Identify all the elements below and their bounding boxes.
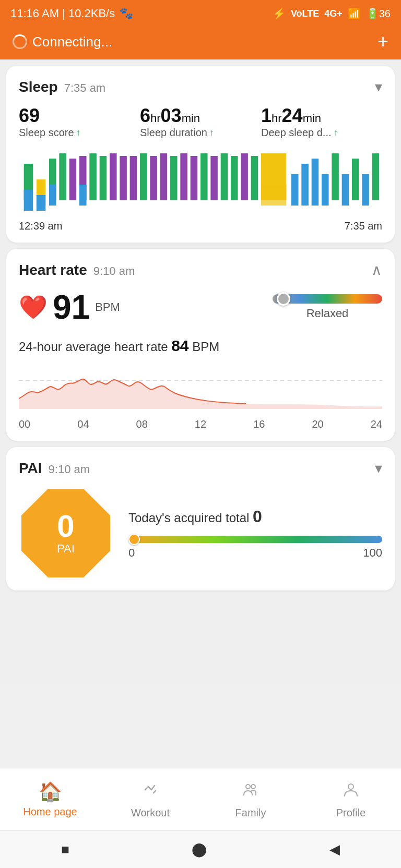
sleep-time: 7:35 am [64,81,106,95]
nav-profile[interactable]: Profile [301,768,401,830]
bpm-value: 91 [53,288,90,327]
hr-avg-value: 84 [171,337,188,354]
heart-rate-time: 9:10 am [93,264,135,278]
bottom-area: 🏠 Home page Workout Family [0,768,401,868]
hr-avg: 24-hour average heart rate 84 BPM [19,337,382,355]
heart-rate-card: Heart rate 9:10 am ∧ ❤️ 91 BPM Relaxed 2… [6,249,395,441]
hr-time-04: 04 [77,418,89,430]
status-time: 11:16 AM | 10.2KB/s [10,7,115,20]
home-button[interactable]: ⬤ [192,841,207,858]
pai-label-text: PAI [57,542,75,556]
pai-max-label: 100 [363,546,382,560]
svg-line-39 [154,791,156,793]
status-left: 11:16 AM | 10.2KB/s 🐾 [10,7,133,20]
back-button[interactable]: ◀ [329,841,340,858]
svg-rect-31 [312,159,319,206]
sleep-title: Sleep [19,79,58,95]
hr-time-labels: 00 04 08 12 16 20 24 [19,418,382,430]
sleep-score-value: 69 [19,105,140,127]
heart-rate-left: ❤️ 91 BPM [19,288,120,327]
svg-rect-33 [332,153,339,200]
svg-rect-34 [342,174,349,206]
svg-rect-1 [24,190,33,211]
svg-rect-22 [210,156,218,200]
svg-rect-20 [191,156,198,200]
pai-chevron[interactable]: ▾ [375,460,382,477]
svg-rect-13 [120,156,127,200]
bpm-unit: BPM [95,300,120,314]
nav-family[interactable]: Family [200,768,301,830]
sleep-score-stat: 69 Sleep score ↑ [19,105,140,139]
sleep-chart-svg [19,148,382,216]
svg-rect-21 [200,153,208,200]
deep-sleep-label: Deep sleep d... ↑ [261,127,382,139]
hr-avg-unit: BPM [192,340,219,354]
hr-gradient-bar [273,294,382,304]
pai-bar-labels: 0 100 [128,546,382,560]
sleep-duration-stat: 6hr03min Sleep duration ↑ [140,105,261,139]
sleep-duration-arrow: ↑ [209,127,214,138]
battery-icon: 🔋36 [366,7,391,20]
hr-time-12: 12 [195,418,206,430]
svg-rect-35 [352,159,359,200]
profile-label: Profile [336,807,366,819]
svg-rect-28 [261,185,286,206]
svg-rect-7 [69,159,77,200]
heart-rate-header: Heart rate 9:10 am ∧ [19,261,382,279]
signal-icon: 📶 [348,7,361,20]
svg-rect-23 [221,153,228,200]
network-icon: 4G+ [324,8,343,19]
heart-rate-right: Relaxed [273,294,382,320]
heart-rate-chevron[interactable]: ∧ [371,261,382,279]
svg-rect-18 [170,156,178,200]
home-icon: 🏠 [39,781,62,803]
svg-rect-16 [150,156,157,200]
svg-point-42 [348,784,353,789]
svg-rect-11 [100,156,107,200]
svg-rect-15 [140,153,147,200]
hr-chart-svg [19,362,382,414]
svg-rect-25 [241,153,248,200]
status-right: ⚡ VoLTE 4G+ 📶 🔋36 [273,7,391,20]
family-icon [241,780,260,804]
pai-title-row: PAI 9:10 am [19,460,90,477]
pai-time: 9:10 am [49,463,90,476]
sleep-chevron[interactable]: ▾ [375,78,382,95]
pai-card: PAI 9:10 am ▾ 0 PAI Today's acquired tot… [6,447,395,590]
svg-rect-19 [180,153,187,200]
svg-rect-37 [372,153,380,200]
pai-octagon: 0 PAI [21,489,110,577]
pai-total-label: Today's acquired total [128,511,249,525]
hr-avg-label: 24-hour average heart rate [19,340,168,354]
add-button[interactable]: + [378,32,388,51]
svg-rect-14 [130,156,137,200]
sleep-title-row: Sleep 7:35 am [19,79,105,95]
hr-chart-wrap: 00 04 08 12 16 20 24 [19,362,382,430]
pai-bar-wrap [128,536,382,543]
recent-apps-button[interactable]: ■ [61,841,69,858]
nav-workout[interactable]: Workout [100,768,200,830]
deep-sleep-stat: 1hr24min Deep sleep d... ↑ [261,105,382,139]
hr-time-20: 20 [312,418,323,430]
pai-octagon-wrap: 0 PAI [19,486,113,580]
sleep-score-label: Sleep score ↑ [19,127,140,139]
hr-indicator [277,292,290,306]
profile-icon [341,780,360,804]
heart-icon: ❤️ [19,294,48,321]
svg-rect-9 [79,185,87,206]
svg-rect-3 [37,195,45,211]
hr-status: Relaxed [306,307,349,320]
pai-bar-bg [128,536,382,543]
main-content: Sleep 7:35 am ▾ 69 Sleep score ↑ 6hr03mi… [0,59,401,684]
connecting-label: Connecting... [32,34,112,50]
svg-point-41 [251,785,255,789]
heart-rate-title: Heart rate [19,262,87,279]
nav-home[interactable]: 🏠 Home page [0,768,100,830]
svg-rect-6 [59,153,66,200]
sleep-stats: 69 Sleep score ↑ 6hr03min Sleep duration… [19,105,382,139]
sleep-duration-value: 6hr03min [140,105,261,127]
sleep-card: Sleep 7:35 am ▾ 69 Sleep score ↑ 6hr03mi… [6,66,395,243]
heart-rate-title-row: Heart rate 9:10 am [19,262,135,279]
connecting-spinner [13,34,27,49]
home-label: Home page [23,806,77,818]
